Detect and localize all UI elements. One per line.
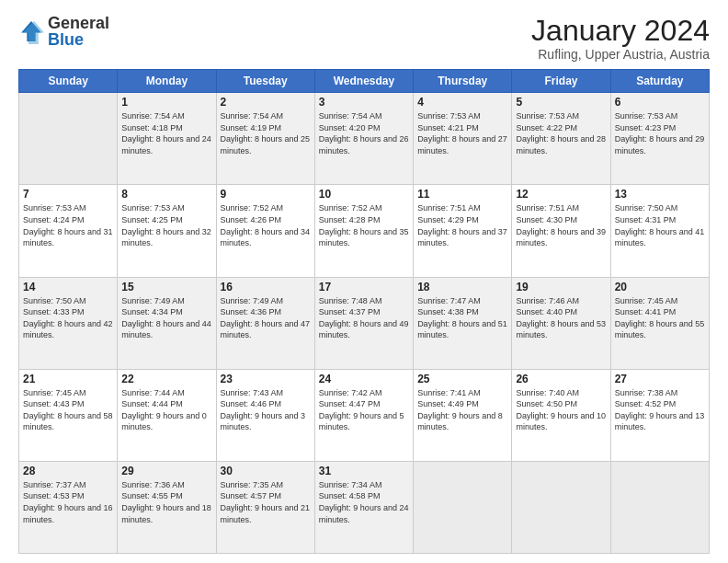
day-info: Sunrise: 7:54 AMSunset: 4:18 PMDaylight:… [121, 110, 211, 156]
day-info: Sunrise: 7:41 AMSunset: 4:49 PMDaylight:… [417, 387, 507, 433]
day-number: 28 [23, 465, 113, 477]
day-info: Sunrise: 7:50 AMSunset: 4:33 PMDaylight:… [23, 295, 113, 341]
day-info: Sunrise: 7:40 AMSunset: 4:50 PMDaylight:… [516, 387, 606, 433]
day-number: 19 [516, 281, 606, 293]
calendar-cell: 2Sunrise: 7:54 AMSunset: 4:19 PMDaylight… [216, 93, 314, 185]
calendar-cell: 7Sunrise: 7:53 AMSunset: 4:24 PMDaylight… [19, 185, 118, 277]
calendar-cell [512, 461, 610, 553]
header-wednesday: Wednesday [314, 70, 413, 93]
calendar-week-2: 7Sunrise: 7:53 AMSunset: 4:24 PMDaylight… [19, 185, 710, 277]
day-info: Sunrise: 7:53 AMSunset: 4:21 PMDaylight:… [417, 110, 507, 156]
logo-text: General Blue [48, 15, 109, 48]
day-info: Sunrise: 7:49 AMSunset: 4:34 PMDaylight:… [121, 295, 211, 341]
day-number: 30 [221, 465, 311, 477]
day-info: Sunrise: 7:53 AMSunset: 4:23 PMDaylight:… [615, 110, 705, 156]
day-info: Sunrise: 7:49 AMSunset: 4:36 PMDaylight:… [221, 295, 311, 341]
calendar-cell: 23Sunrise: 7:43 AMSunset: 4:46 PMDayligh… [216, 369, 314, 461]
day-info: Sunrise: 7:43 AMSunset: 4:46 PMDaylight:… [221, 387, 311, 433]
calendar-cell: 16Sunrise: 7:49 AMSunset: 4:36 PMDayligh… [216, 277, 314, 369]
header: General Blue January 2024 Rufling, Upper… [18, 15, 710, 62]
calendar-cell: 25Sunrise: 7:41 AMSunset: 4:49 PMDayligh… [414, 369, 512, 461]
calendar-cell [19, 93, 118, 185]
logo: General Blue [18, 15, 109, 48]
calendar-week-4: 21Sunrise: 7:45 AMSunset: 4:43 PMDayligh… [19, 369, 710, 461]
calendar-cell [610, 461, 709, 553]
day-info: Sunrise: 7:51 AMSunset: 4:30 PMDaylight:… [516, 202, 606, 248]
calendar-cell: 14Sunrise: 7:50 AMSunset: 4:33 PMDayligh… [19, 277, 118, 369]
day-info: Sunrise: 7:47 AMSunset: 4:38 PMDaylight:… [417, 295, 507, 341]
calendar-cell: 28Sunrise: 7:37 AMSunset: 4:53 PMDayligh… [19, 461, 118, 553]
day-number: 29 [121, 465, 211, 477]
calendar-cell: 11Sunrise: 7:51 AMSunset: 4:29 PMDayligh… [414, 185, 512, 277]
calendar-cell: 26Sunrise: 7:40 AMSunset: 4:50 PMDayligh… [512, 369, 610, 461]
calendar-cell: 8Sunrise: 7:53 AMSunset: 4:25 PMDaylight… [118, 185, 216, 277]
day-number: 25 [417, 373, 507, 385]
day-info: Sunrise: 7:37 AMSunset: 4:53 PMDaylight:… [23, 479, 113, 525]
day-info: Sunrise: 7:53 AMSunset: 4:22 PMDaylight:… [516, 110, 606, 156]
calendar-cell: 22Sunrise: 7:44 AMSunset: 4:44 PMDayligh… [118, 369, 216, 461]
day-number: 3 [319, 96, 409, 109]
day-number: 12 [516, 188, 606, 201]
day-info: Sunrise: 7:45 AMSunset: 4:41 PMDaylight:… [615, 295, 705, 341]
day-info: Sunrise: 7:36 AMSunset: 4:55 PMDaylight:… [121, 479, 211, 525]
day-info: Sunrise: 7:51 AMSunset: 4:29 PMDaylight:… [417, 202, 507, 248]
calendar-week-3: 14Sunrise: 7:50 AMSunset: 4:33 PMDayligh… [19, 277, 710, 369]
day-number: 27 [615, 373, 705, 385]
day-number: 13 [615, 188, 705, 201]
day-info: Sunrise: 7:54 AMSunset: 4:19 PMDaylight:… [221, 110, 311, 156]
day-number: 7 [23, 188, 113, 201]
calendar-cell: 30Sunrise: 7:35 AMSunset: 4:57 PMDayligh… [216, 461, 314, 553]
day-number: 8 [121, 188, 211, 201]
day-number: 1 [121, 96, 211, 109]
calendar-cell: 4Sunrise: 7:53 AMSunset: 4:21 PMDaylight… [414, 93, 512, 185]
day-info: Sunrise: 7:52 AMSunset: 4:28 PMDaylight:… [319, 202, 409, 248]
day-number: 31 [319, 465, 409, 477]
day-info: Sunrise: 7:53 AMSunset: 4:25 PMDaylight:… [121, 202, 211, 248]
calendar-cell: 20Sunrise: 7:45 AMSunset: 4:41 PMDayligh… [610, 277, 709, 369]
calendar-cell: 27Sunrise: 7:38 AMSunset: 4:52 PMDayligh… [610, 369, 709, 461]
weekday-header-row: Sunday Monday Tuesday Wednesday Thursday… [19, 70, 710, 93]
title-section: January 2024 Rufling, Upper Austria, Aus… [531, 15, 710, 62]
calendar-cell: 21Sunrise: 7:45 AMSunset: 4:43 PMDayligh… [19, 369, 118, 461]
day-number: 9 [221, 188, 311, 201]
calendar-cell: 5Sunrise: 7:53 AMSunset: 4:22 PMDaylight… [512, 93, 610, 185]
calendar-cell: 24Sunrise: 7:42 AMSunset: 4:47 PMDayligh… [314, 369, 413, 461]
day-number: 6 [615, 96, 705, 109]
header-tuesday: Tuesday [216, 70, 314, 93]
calendar-cell: 19Sunrise: 7:46 AMSunset: 4:40 PMDayligh… [512, 277, 610, 369]
calendar-cell: 9Sunrise: 7:52 AMSunset: 4:26 PMDaylight… [216, 185, 314, 277]
day-number: 22 [121, 373, 211, 385]
header-monday: Monday [118, 70, 216, 93]
calendar-cell: 17Sunrise: 7:48 AMSunset: 4:37 PMDayligh… [314, 277, 413, 369]
day-number: 20 [615, 281, 705, 293]
day-number: 26 [516, 373, 606, 385]
calendar-cell: 18Sunrise: 7:47 AMSunset: 4:38 PMDayligh… [414, 277, 512, 369]
day-info: Sunrise: 7:38 AMSunset: 4:52 PMDaylight:… [615, 387, 705, 433]
header-thursday: Thursday [414, 70, 512, 93]
location: Rufling, Upper Austria, Austria [531, 47, 710, 62]
calendar-table: Sunday Monday Tuesday Wednesday Thursday… [18, 69, 710, 554]
day-info: Sunrise: 7:42 AMSunset: 4:47 PMDaylight:… [319, 387, 409, 433]
calendar-cell: 13Sunrise: 7:50 AMSunset: 4:31 PMDayligh… [610, 185, 709, 277]
day-number: 4 [417, 96, 507, 109]
day-info: Sunrise: 7:54 AMSunset: 4:20 PMDaylight:… [319, 110, 409, 156]
header-sunday: Sunday [19, 70, 118, 93]
logo-icon [18, 18, 44, 44]
day-number: 24 [319, 373, 409, 385]
day-info: Sunrise: 7:52 AMSunset: 4:26 PMDaylight:… [221, 202, 311, 248]
day-info: Sunrise: 7:45 AMSunset: 4:43 PMDaylight:… [23, 387, 113, 433]
calendar-cell: 6Sunrise: 7:53 AMSunset: 4:23 PMDaylight… [610, 93, 709, 185]
day-info: Sunrise: 7:34 AMSunset: 4:58 PMDaylight:… [319, 479, 409, 525]
header-friday: Friday [512, 70, 610, 93]
day-info: Sunrise: 7:50 AMSunset: 4:31 PMDaylight:… [615, 202, 705, 248]
calendar-cell: 15Sunrise: 7:49 AMSunset: 4:34 PMDayligh… [118, 277, 216, 369]
day-info: Sunrise: 7:53 AMSunset: 4:24 PMDaylight:… [23, 202, 113, 248]
calendar-cell: 1Sunrise: 7:54 AMSunset: 4:18 PMDaylight… [118, 93, 216, 185]
day-info: Sunrise: 7:46 AMSunset: 4:40 PMDaylight:… [516, 295, 606, 341]
calendar-cell: 31Sunrise: 7:34 AMSunset: 4:58 PMDayligh… [314, 461, 413, 553]
day-number: 16 [221, 281, 311, 293]
day-info: Sunrise: 7:35 AMSunset: 4:57 PMDaylight:… [221, 479, 311, 525]
calendar-cell: 29Sunrise: 7:36 AMSunset: 4:55 PMDayligh… [118, 461, 216, 553]
page: General Blue January 2024 Rufling, Upper… [0, 0, 728, 563]
day-info: Sunrise: 7:48 AMSunset: 4:37 PMDaylight:… [319, 295, 409, 341]
